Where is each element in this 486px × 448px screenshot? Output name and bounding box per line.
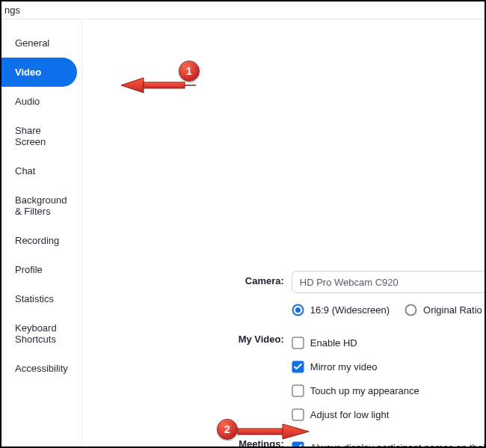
svg-rect-5 [292, 385, 304, 396]
sidebar-item-audio[interactable]: Audio [1, 87, 81, 116]
my-video-group: My Video: Enable HD Mirror my video Touc… [82, 325, 486, 429]
radio-icon [292, 304, 304, 316]
svg-point-2 [406, 304, 416, 315]
sidebar-item-label: Accessibility [15, 363, 68, 374]
checkbox-label: Mirror my video [310, 361, 378, 372]
camera-select-value: HD Pro Webcam C920 [300, 277, 399, 288]
checkbox-label: Adjust for low light [310, 409, 390, 420]
sidebar-item-label: Profile [15, 264, 43, 275]
window-content: General Video Audio Share Screen Chat Ba… [1, 19, 485, 447]
meetings-group: Meetings: Always display participant nam… [82, 429, 486, 448]
checkbox-icon [292, 337, 304, 349]
sidebar-item-label: Statistics [15, 293, 54, 304]
meetings-label: Meetings: [232, 434, 292, 448]
window-title: ngs [4, 4, 20, 16]
settings-window: ngs General Video Audio Share Screen Cha… [0, 0, 486, 448]
sidebar-item-video[interactable]: Video [1, 58, 77, 87]
aspect-radio-original[interactable]: Original Ratio [405, 299, 482, 320]
sidebar-item-profile[interactable]: Profile [1, 255, 81, 284]
sidebar-item-label: Video [15, 67, 41, 78]
checkbox-icon [292, 384, 304, 397]
radio-label: 16:9 (Widescreen) [310, 304, 390, 316]
checkbox-touch-up[interactable]: Touch up my appearance [292, 380, 486, 401]
svg-rect-6 [292, 409, 304, 420]
sidebar-item-label: General [15, 37, 49, 49]
video-preview-placeholder [82, 34, 486, 266]
aspect-radio-widescreen[interactable]: 16:9 (Widescreen) [292, 299, 390, 320]
svg-rect-3 [292, 337, 304, 349]
checkbox-label: Always display participant names on thei… [310, 442, 486, 449]
checkbox-label: Enable HD [310, 337, 357, 349]
sidebar-item-label: Keyboard Shortcuts [15, 322, 57, 345]
camera-label: Camera: [232, 271, 292, 286]
radio-label: Original Ratio [423, 304, 482, 316]
sidebar-item-label: Recording [15, 235, 59, 246]
checkbox-enable-hd[interactable]: Enable HD [292, 332, 486, 353]
sidebar-item-statistics[interactable]: Statistics [1, 284, 81, 313]
checkbox-label: Touch up my appearance [310, 385, 419, 396]
sidebar-item-general[interactable]: General [1, 28, 81, 58]
sidebar-item-share-screen[interactable]: Share Screen [1, 116, 81, 156]
sidebar-item-chat[interactable]: Chat [1, 156, 81, 185]
svg-rect-7 [292, 441, 304, 448]
checkbox-mirror-video[interactable]: Mirror my video [292, 356, 486, 377]
sidebar-item-label: Audio [15, 96, 40, 107]
sidebar-item-label: Share Screen [15, 125, 46, 147]
checkbox-show-names[interactable]: Always display participant names on thei… [292, 437, 486, 448]
checkbox-icon [292, 441, 304, 449]
settings-sidebar: General Video Audio Share Screen Chat Ba… [1, 19, 82, 447]
sidebar-item-recording[interactable]: Recording [1, 226, 81, 255]
video-settings-panel: Camera: HD Pro Webcam C920 16:9 [82, 19, 486, 447]
sidebar-item-accessibility[interactable]: Accessibility [1, 354, 81, 383]
sidebar-item-label: Chat [15, 165, 35, 177]
svg-point-1 [295, 307, 301, 313]
sidebar-item-keyboard-shortcuts[interactable]: Keyboard Shortcuts [1, 313, 81, 354]
window-titlebar: ngs [1, 1, 485, 19]
checkbox-low-light[interactable]: Adjust for low light [292, 404, 486, 425]
radio-icon [405, 304, 417, 316]
sidebar-item-background-filters[interactable]: Background & Filters [1, 185, 81, 226]
my-video-label: My Video: [232, 329, 292, 345]
camera-select[interactable]: HD Pro Webcam C920 [292, 271, 486, 293]
sidebar-item-label: Background & Filters [15, 194, 67, 217]
checkbox-icon [292, 360, 304, 373]
checkbox-icon [292, 408, 304, 421]
camera-group: Camera: HD Pro Webcam C920 16:9 [82, 266, 486, 325]
